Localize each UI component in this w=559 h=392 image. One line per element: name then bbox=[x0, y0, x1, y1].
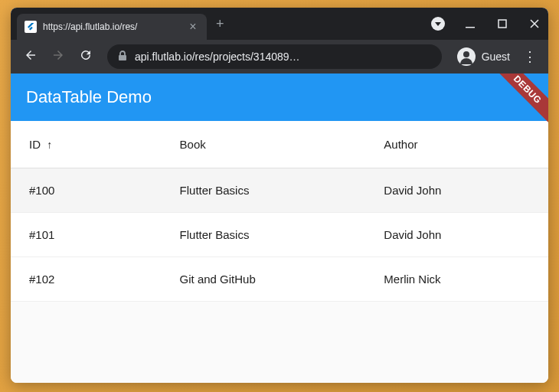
avatar-icon bbox=[457, 47, 476, 66]
minimize-button[interactable] bbox=[463, 16, 478, 31]
cell-book: Git and GitHub bbox=[162, 257, 366, 302]
cell-book: Flutter Basics bbox=[162, 213, 366, 257]
cell-book: Flutter Basics bbox=[162, 168, 366, 213]
app-bar: DataTable Demo bbox=[11, 74, 548, 121]
svg-rect-2 bbox=[119, 55, 126, 60]
dropdown-icon[interactable] bbox=[430, 16, 446, 31]
cell-id: #100 bbox=[11, 168, 162, 213]
column-label: Book bbox=[180, 138, 206, 151]
browser-tab[interactable]: https://api.flutlab.io/res/ × bbox=[17, 14, 207, 40]
tab-close-icon[interactable]: × bbox=[187, 20, 199, 34]
column-label: Author bbox=[384, 138, 417, 151]
table-body: #100 Flutter Basics David John #101 Flut… bbox=[11, 168, 548, 302]
table-row[interactable]: #101 Flutter Basics David John bbox=[11, 213, 548, 257]
toolbar: api.flutlab.io/res/projects/314089… Gues… bbox=[11, 40, 548, 74]
reload-button[interactable] bbox=[75, 48, 96, 66]
table-row[interactable]: #100 Flutter Basics David John bbox=[11, 168, 548, 213]
window-controls bbox=[430, 8, 542, 40]
svg-rect-0 bbox=[466, 27, 475, 28]
column-header-id[interactable]: ID ↑ bbox=[11, 121, 162, 168]
back-button[interactable] bbox=[20, 48, 41, 66]
data-table: ID ↑ Book Author #100 Flutter Basics Dav… bbox=[11, 121, 548, 302]
forward-button[interactable] bbox=[47, 48, 69, 66]
column-header-book[interactable]: Book bbox=[162, 121, 366, 168]
browser-window: https://api.flutlab.io/res/ × + bbox=[11, 8, 548, 383]
close-button[interactable] bbox=[527, 16, 542, 31]
cell-author: Merlin Nick bbox=[365, 257, 548, 302]
address-bar[interactable]: api.flutlab.io/res/projects/314089… bbox=[107, 44, 442, 69]
table-header-row: ID ↑ Book Author bbox=[11, 121, 548, 168]
column-header-author[interactable]: Author bbox=[365, 121, 548, 168]
profile-chip[interactable]: Guest bbox=[453, 46, 515, 67]
cell-author: David John bbox=[365, 213, 548, 257]
page-title: DataTable Demo bbox=[26, 87, 152, 107]
cell-author: David John bbox=[365, 168, 548, 213]
cell-id: #102 bbox=[11, 257, 162, 302]
cell-id: #101 bbox=[11, 213, 162, 257]
sort-ascending-icon: ↑ bbox=[47, 139, 52, 151]
titlebar: https://api.flutlab.io/res/ × + bbox=[11, 8, 548, 40]
app-content: DataTable Demo DEBUG ID ↑ Book Author bbox=[11, 74, 548, 383]
flutter-favicon bbox=[25, 21, 37, 33]
table-row[interactable]: #102 Git and GitHub Merlin Nick bbox=[11, 257, 548, 302]
profile-label: Guest bbox=[482, 51, 510, 63]
lock-icon bbox=[118, 51, 127, 64]
svg-rect-1 bbox=[499, 20, 506, 28]
url-text: api.flutlab.io/res/projects/314089… bbox=[135, 51, 300, 63]
maximize-button[interactable] bbox=[495, 16, 510, 31]
column-label: ID bbox=[29, 138, 41, 151]
tab-title: https://api.flutlab.io/res/ bbox=[43, 21, 181, 32]
new-tab-button[interactable]: + bbox=[216, 16, 224, 32]
menu-button[interactable]: ⋮ bbox=[521, 48, 539, 65]
